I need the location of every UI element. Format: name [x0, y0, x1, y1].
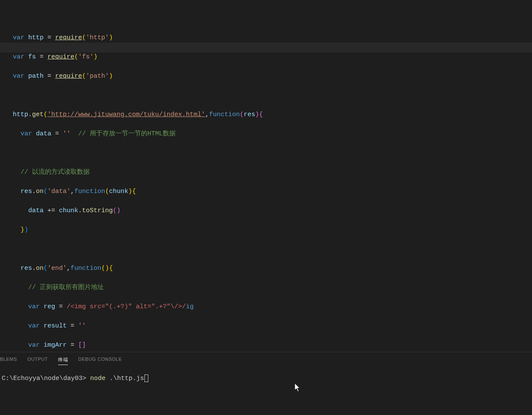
bottom-panel: BLEMS OUTPUT 终端 DEBUG CONSOLE C:\Echoyya…	[0, 352, 532, 415]
tab-debug-console[interactable]: DEBUG CONSOLE	[78, 357, 122, 365]
keyword-var: var	[13, 34, 24, 41]
mouse-cursor-icon	[295, 383, 301, 392]
fn-require: require	[55, 34, 82, 41]
tab-problems[interactable]: BLEMS	[0, 357, 17, 365]
var-http: http	[28, 34, 44, 41]
code-editor[interactable]: var http = require('http') var fs = requ…	[0, 0, 532, 352]
url-string[interactable]: 'http://www.jituwang.com/tuku/index.html…	[47, 111, 205, 118]
terminal-prompt: C:\Echoyya\node\day03>	[2, 375, 86, 382]
terminal-cmd: node	[90, 375, 106, 382]
terminal-line[interactable]: C:\Echoyya\node\day03> node .\http.js	[0, 368, 532, 382]
terminal-cursor	[144, 374, 148, 382]
terminal-arg: .\http.js	[109, 375, 144, 382]
tab-terminal[interactable]: 终端	[58, 357, 68, 365]
tab-output[interactable]: OUTPUT	[27, 357, 48, 365]
panel-tabs: BLEMS OUTPUT 终端 DEBUG CONSOLE	[0, 352, 532, 368]
